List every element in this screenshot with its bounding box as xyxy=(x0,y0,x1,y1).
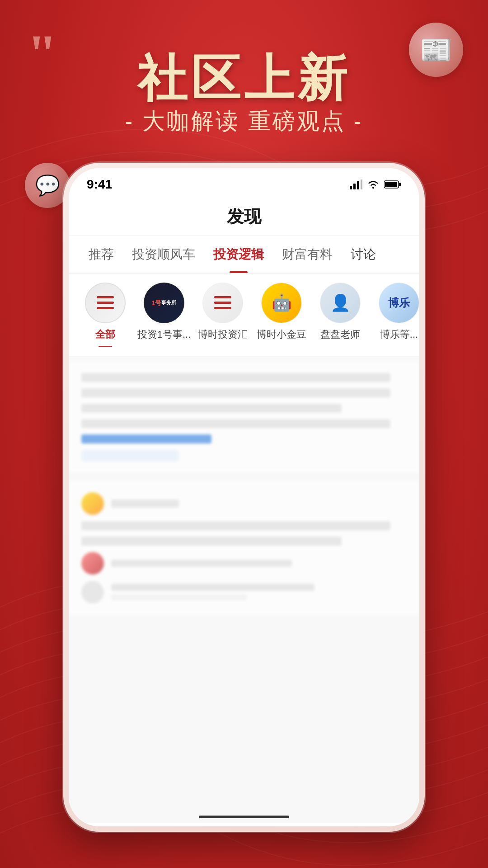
status-icons xyxy=(350,179,401,189)
sub-item-2 xyxy=(81,581,407,604)
tab-bar[interactable]: 推荐 投资顺风车 投资逻辑 财富有料 讨论 xyxy=(69,236,419,274)
svg-rect-2 xyxy=(357,181,359,189)
sub-item xyxy=(81,552,407,575)
svg-rect-8 xyxy=(97,296,114,298)
subtitle: - 大咖解读 重磅观点 - xyxy=(0,106,488,137)
channel-avatar-2 xyxy=(202,283,243,323)
svg-rect-1 xyxy=(353,184,356,189)
phone-shell: 9:41 xyxy=(63,163,425,832)
tab-discuss[interactable]: 讨论 xyxy=(342,236,385,273)
status-time: 9:41 xyxy=(87,177,112,192)
svg-rect-11 xyxy=(214,296,231,298)
content-line xyxy=(81,419,390,428)
channel-item-4[interactable]: 👤 盘盘老师 xyxy=(311,283,370,341)
content-line xyxy=(111,594,247,601)
channel-name-3: 博时小金豆 xyxy=(257,328,306,341)
channel-item-3[interactable]: 🤖 博时小金豆 xyxy=(252,283,311,341)
channel-name-1: 投资1号事... xyxy=(137,328,191,341)
channel-item-5[interactable]: 博乐 博乐等... xyxy=(370,283,419,341)
screen-content: 发现 推荐 投资顺风车 投资逻辑 财富有料 xyxy=(69,196,419,823)
svg-rect-9 xyxy=(97,302,114,304)
channel-item-2[interactable]: 博时投资汇 xyxy=(193,283,252,341)
svg-rect-10 xyxy=(97,307,114,309)
channel-avatar-5: 博乐 xyxy=(379,283,419,323)
main-title: 社区上新 xyxy=(0,45,488,113)
card-header xyxy=(81,492,407,515)
channel-name-all: 全部 xyxy=(95,328,115,341)
chat-icon: 💬 xyxy=(35,174,60,197)
channel-avatar-all xyxy=(85,283,126,323)
home-indicator xyxy=(199,816,289,818)
content-card-2 xyxy=(69,481,419,614)
content-line xyxy=(81,373,390,382)
channel-avatar-4: 👤 xyxy=(320,283,361,323)
tab-logic[interactable]: 投资逻辑 xyxy=(204,236,273,273)
content-line xyxy=(81,404,342,413)
channel-avatar-1: 1号 事务所 xyxy=(144,283,184,323)
content-link xyxy=(81,434,211,443)
tab-wealth[interactable]: 财富有料 xyxy=(273,236,342,273)
channel-name-4: 盘盘老师 xyxy=(320,328,360,341)
signal-icon xyxy=(350,179,362,189)
wifi-icon xyxy=(367,179,380,189)
content-line xyxy=(81,521,390,530)
tab-recommend[interactable]: 推荐 xyxy=(80,236,123,273)
svg-rect-13 xyxy=(214,307,231,309)
mini-avatar xyxy=(81,492,104,515)
svg-rect-0 xyxy=(350,186,352,189)
channel-item-all[interactable]: 全部 xyxy=(76,283,135,347)
content-line xyxy=(111,500,179,508)
svg-rect-7 xyxy=(385,182,397,187)
content-area xyxy=(69,357,419,823)
mini-avatar-2 xyxy=(81,581,104,604)
content-line xyxy=(81,537,342,546)
page-title: 发现 xyxy=(69,196,419,236)
svg-rect-12 xyxy=(214,302,231,304)
svg-point-4 xyxy=(372,187,374,189)
svg-rect-6 xyxy=(399,183,401,186)
content-line xyxy=(111,560,292,567)
content-line xyxy=(111,584,314,591)
phone-mockup: 9:41 xyxy=(63,163,425,832)
battery-icon xyxy=(384,180,401,189)
channel-active-indicator xyxy=(99,346,112,347)
channel-name-2: 博时投资汇 xyxy=(198,328,248,341)
channel-item-1[interactable]: 1号 事务所 投资1号事... xyxy=(135,283,193,341)
channel-row[interactable]: 全部 1号 事务所 投资1号事... xyxy=(69,274,419,357)
tab-tailwind[interactable]: 投资顺风车 xyxy=(123,236,204,273)
content-line xyxy=(81,388,390,397)
content-card-1 xyxy=(69,362,419,472)
channel-name-5: 博乐等... xyxy=(380,328,418,341)
svg-rect-3 xyxy=(361,179,362,189)
channel-avatar-3: 🤖 xyxy=(261,283,302,323)
phone-screen: 9:41 xyxy=(69,168,419,826)
content-tag xyxy=(81,450,179,462)
mini-avatar-red xyxy=(81,552,104,575)
status-bar: 9:41 xyxy=(69,168,419,196)
